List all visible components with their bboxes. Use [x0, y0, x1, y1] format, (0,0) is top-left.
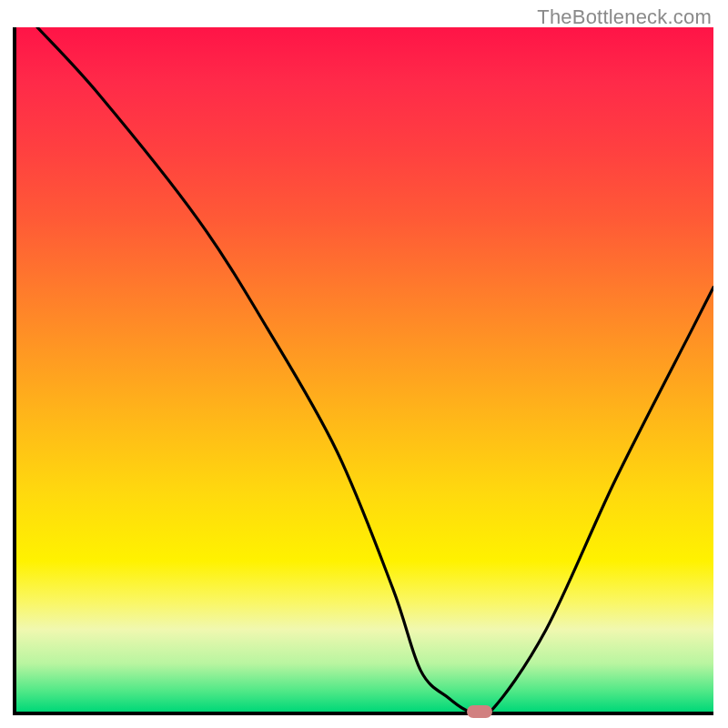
bottleneck-curve: [16, 27, 713, 712]
watermark-text: TheBottleneck.com: [537, 5, 712, 29]
bottleneck-marker: [467, 705, 492, 718]
chart-plot-area: [13, 27, 713, 715]
